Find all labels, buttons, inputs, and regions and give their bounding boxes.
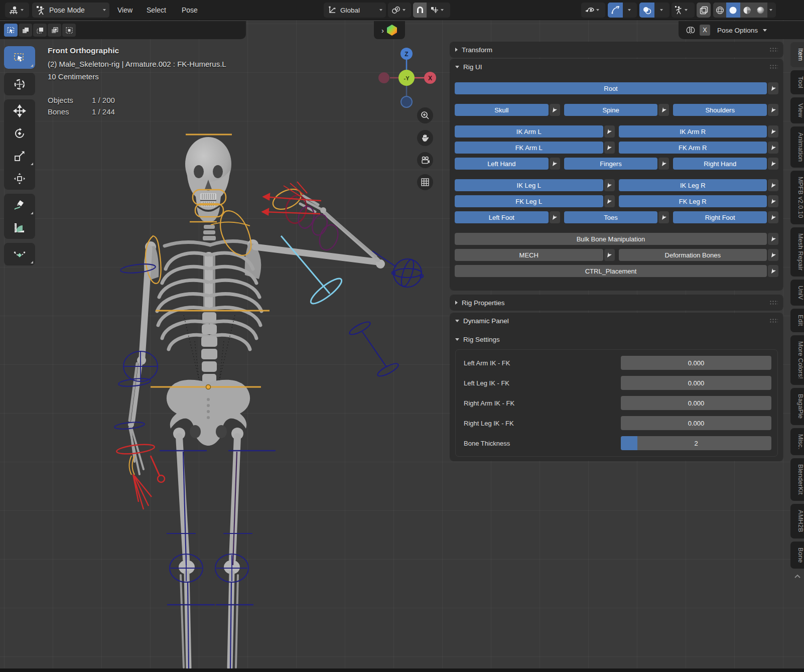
select-bones-button[interactable] <box>604 249 615 261</box>
left-leg-ikfk-slider[interactable]: 0.000 <box>621 376 771 390</box>
select-bones-button[interactable] <box>768 195 778 207</box>
select-mode-set[interactable] <box>4 24 18 37</box>
select-mode-invert[interactable] <box>48 24 61 37</box>
select-bones-button[interactable] <box>658 104 669 116</box>
select-bones-button[interactable] <box>768 265 778 277</box>
pan-hand-button[interactable] <box>417 130 433 146</box>
tab-view[interactable]: View <box>790 97 804 123</box>
panel-rig-ui-header[interactable]: Rig UI <box>450 59 783 74</box>
rig-button-shoulders[interactable]: Shoulders <box>673 104 767 116</box>
shading-dropdown[interactable] <box>767 3 776 18</box>
tool-pose-breakdowner[interactable] <box>4 243 35 265</box>
select-bones-button[interactable] <box>604 125 615 138</box>
select-bones-button[interactable] <box>768 211 778 223</box>
panel-drag-grip[interactable] <box>769 318 778 323</box>
rig-button-right-foot[interactable]: Right Foot <box>673 211 767 223</box>
rig-button-ctrl-placement[interactable]: CTRL_Placement <box>455 265 767 277</box>
tool-rotate[interactable] <box>4 122 35 145</box>
select-bones-button[interactable] <box>550 211 560 223</box>
tab-mpfb[interactable]: MPFB v2.0.10 <box>790 171 804 224</box>
rig-button-ik-arm-l[interactable]: IK Arm L <box>455 125 603 138</box>
rig-button-deformation-bones[interactable]: Deformation Bones <box>619 249 767 261</box>
pivot-point-dropdown[interactable] <box>388 3 411 18</box>
transform-orientation-dropdown[interactable]: Global <box>324 3 386 18</box>
rig-button-toes[interactable]: Toes <box>564 211 658 223</box>
select-bones-button[interactable] <box>768 158 778 170</box>
rig-button-ik-leg-l[interactable]: IK Leg L <box>455 179 603 191</box>
show-gizmos-toggle[interactable] <box>608 3 623 18</box>
rig-button-spine[interactable]: Spine <box>564 104 658 116</box>
visibility-dropdown[interactable] <box>581 3 605 18</box>
select-bones-button[interactable] <box>604 142 615 154</box>
panel-drag-grip[interactable] <box>769 64 778 69</box>
tool-annotate[interactable] <box>4 194 35 216</box>
tab-bagapie[interactable]: BagaPie <box>790 388 804 425</box>
select-bones-button[interactable] <box>768 125 778 138</box>
zoom-button[interactable] <box>417 107 433 123</box>
tab-misc[interactable]: Misc. <box>790 428 804 456</box>
rig-button-left-hand[interactable]: Left Hand <box>455 158 549 170</box>
select-bones-button[interactable] <box>550 104 560 116</box>
left-arm-ikfk-slider[interactable]: 0.000 <box>621 356 771 370</box>
panel-drag-grip[interactable] <box>769 47 778 52</box>
grid-ortho-button[interactable] <box>417 174 433 190</box>
select-mode-subtract[interactable] <box>33 24 47 37</box>
select-bones-button[interactable] <box>604 179 615 191</box>
shading-wireframe-button[interactable] <box>713 3 726 18</box>
select-mode-intersect[interactable] <box>62 24 76 37</box>
tab-edit[interactable]: Edit <box>790 309 804 332</box>
select-bones-button[interactable] <box>768 104 778 116</box>
tool-cursor[interactable] <box>4 73 35 95</box>
rig-button-right-hand[interactable]: Right Hand <box>673 158 767 170</box>
select-bones-button[interactable] <box>768 233 778 245</box>
rig-hand-bones-red[interactable] <box>116 182 321 509</box>
redo-panel-collapsed[interactable]: › <box>374 21 405 39</box>
rig-button-fk-leg-r[interactable]: FK Leg R <box>619 195 767 207</box>
rig-button-left-foot[interactable]: Left Foot <box>455 211 549 223</box>
select-bones-button[interactable] <box>658 211 669 223</box>
tab-blenderkit[interactable]: BlenderKit <box>790 458 804 501</box>
show-overlays-toggle[interactable] <box>639 3 654 18</box>
tool-select-box[interactable] <box>4 46 35 69</box>
overlays-dropdown[interactable] <box>654 3 669 18</box>
tab-mesh-repair[interactable]: Mesh Repair <box>790 227 804 277</box>
toggle-xray-button[interactable] <box>697 3 711 18</box>
shading-material-button[interactable] <box>740 3 754 18</box>
rig-button-ik-leg-r[interactable]: IK Leg R <box>619 179 767 191</box>
right-arm-ikfk-slider[interactable]: 0.000 <box>621 396 771 410</box>
select-bones-button[interactable] <box>604 195 615 207</box>
select-bones-button[interactable] <box>550 158 560 170</box>
rig-button-ik-arm-r[interactable]: IK Arm R <box>619 125 767 138</box>
tool-transform[interactable] <box>4 167 35 190</box>
panel-drag-grip[interactable] <box>769 300 778 305</box>
tab-amh2b[interactable]: AMH2B <box>790 504 804 539</box>
panel-dynamic-header[interactable]: Dynamic Panel <box>450 313 783 328</box>
bone-thickness-slider[interactable]: 2 <box>621 436 771 450</box>
rig-button-mech[interactable]: MECH <box>455 249 603 261</box>
rig-button-bulk-bone-manipulation[interactable]: Bulk Bone Manipulation <box>455 233 767 245</box>
rig-controls-ik[interactable] <box>114 251 423 668</box>
mode-dropdown[interactable]: Pose Mode <box>32 3 109 18</box>
axis-gizmo[interactable]: Z X -Y <box>374 45 439 110</box>
tab-item[interactable]: Item <box>790 42 804 67</box>
tab-scroll-up[interactable] <box>790 575 804 578</box>
panel-rig-properties-header[interactable]: Rig Properties <box>450 295 783 310</box>
select-bones-button[interactable] <box>768 179 778 191</box>
rig-button-fk-arm-r[interactable]: FK Arm R <box>619 142 767 154</box>
rig-button-fk-arm-l[interactable]: FK Arm L <box>455 142 603 154</box>
shading-rendered-button[interactable] <box>754 3 767 18</box>
rig-button-fk-leg-l[interactable]: FK Leg L <box>455 195 603 207</box>
tool-move[interactable] <box>4 99 35 122</box>
select-bones-button[interactable] <box>658 158 669 170</box>
rig-button-root[interactable]: Root <box>455 82 767 94</box>
rig-settings-subpanel-header[interactable]: Rig Settings <box>450 332 783 346</box>
tab-animation[interactable]: Animation <box>790 126 804 168</box>
tab-univ[interactable]: UniV <box>790 280 804 306</box>
shading-solid-button[interactable] <box>726 3 740 18</box>
snap-toggle[interactable] <box>413 3 427 18</box>
tool-measure[interactable] <box>4 216 35 239</box>
menu-view[interactable]: View <box>112 0 138 20</box>
select-bones-button[interactable] <box>768 82 778 94</box>
panel-transform-header[interactable]: Transform <box>450 42 783 57</box>
tab-more-colors[interactable]: More Colors! <box>790 335 804 385</box>
